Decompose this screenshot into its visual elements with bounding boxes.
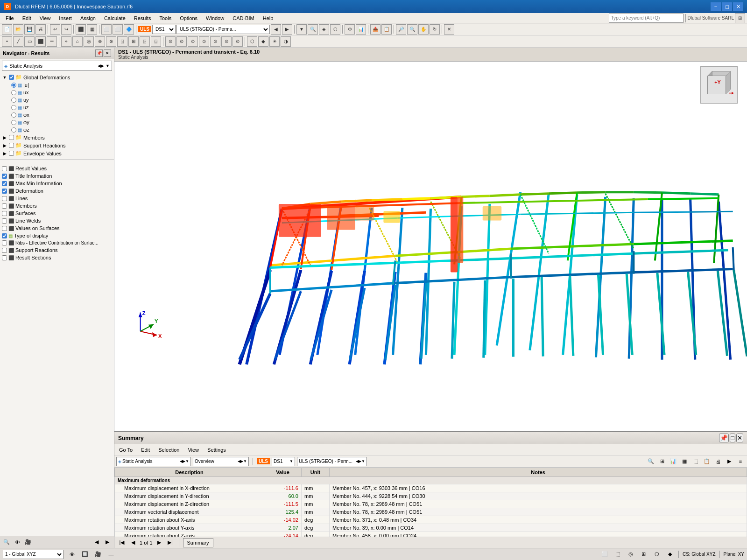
summary-tool9[interactable]: ≡ (736, 457, 745, 466)
summary-tool2[interactable]: ⊞ (657, 457, 667, 466)
node-btn[interactable]: • (2, 36, 12, 47)
company-settings-btn[interactable]: ⊞ (735, 13, 745, 23)
minimize-button[interactable]: − (711, 2, 721, 11)
status-btn-right6[interactable]: ◆ (665, 550, 675, 559)
next-page-btn[interactable]: ▶ (155, 538, 164, 547)
nav-bottom-btn4[interactable]: ◀ (92, 538, 101, 547)
check-envelope[interactable] (9, 151, 14, 156)
prev-ds-btn[interactable]: ◀ (271, 24, 281, 35)
menu-insert[interactable]: Insert (55, 14, 76, 22)
ds-detail-combo-summary[interactable]: ULS (STR/GEO) - Perm... ◀▶▼ (297, 457, 367, 466)
snap2[interactable]: ⊙ (176, 36, 187, 47)
tree-item-line-welds[interactable]: ⬛ Line Welds (0, 217, 114, 224)
menu-window[interactable]: Window (202, 14, 228, 22)
restore-button[interactable]: ◻ (722, 2, 732, 11)
nav-bottom-btn1[interactable]: 🔍 (2, 538, 11, 547)
check-ribs[interactable] (2, 240, 7, 245)
line-btn[interactable]: ╱ (13, 36, 23, 47)
snap4[interactable]: ⊙ (199, 36, 209, 47)
check-surfaces[interactable] (2, 211, 7, 216)
summary-close-btn[interactable]: ✕ (736, 434, 743, 442)
print-btn[interactable]: 🖨 (35, 24, 46, 35)
snap7[interactable]: ⊙ (233, 36, 243, 47)
filter-btn[interactable]: ▼ (296, 24, 307, 35)
summary-tool7[interactable]: 🖨 (713, 457, 723, 466)
expand-members[interactable]: ▶ (2, 135, 7, 140)
new-btn[interactable]: 📄 (2, 24, 12, 35)
tree-item-uy[interactable]: ▦ uy (9, 96, 114, 104)
ds-combo-summary[interactable]: DS1 ▼ (272, 457, 295, 466)
radio-phiy[interactable] (11, 120, 16, 125)
check-result-sections[interactable] (2, 255, 7, 260)
first-page-btn[interactable]: |◀ (117, 538, 127, 547)
summary-tool8[interactable]: ▶ (725, 457, 734, 466)
view-menu[interactable]: View (185, 447, 202, 453)
tool1[interactable]: ⌖ (61, 36, 71, 47)
calc-btn[interactable]: ⚙ (345, 24, 355, 35)
select2-btn[interactable]: ▦ (87, 24, 97, 35)
menu-results[interactable]: Results (130, 14, 155, 22)
ds-combo[interactable]: DS1 (152, 25, 176, 34)
viewport-3d[interactable]: Z X Y +Y (114, 62, 747, 431)
cube-nav[interactable]: +Y (700, 66, 738, 104)
menu-tools[interactable]: Tools (155, 14, 175, 22)
edit-menu[interactable]: Edit (138, 447, 153, 453)
tree-item-ribs[interactable]: ⬛ Ribs - Effective Contribution on Surfa… (0, 239, 114, 246)
close-button[interactable]: ✕ (733, 2, 743, 11)
selection-menu[interactable]: Selection (155, 447, 182, 453)
status-btn4[interactable]: — (106, 550, 116, 559)
redo-btn[interactable]: ↪ (61, 24, 71, 35)
expand-global-deformations[interactable]: ▼ (2, 75, 7, 80)
tree-item-global-deformations[interactable]: ▼ 📁 Global Deformations (0, 73, 114, 81)
check-deformation[interactable] (2, 189, 7, 194)
menu-assign[interactable]: Assign (77, 14, 99, 22)
check-members[interactable] (9, 135, 14, 140)
tool9[interactable]: ⌼ (151, 36, 161, 47)
undo-btn[interactable]: ↩ (50, 24, 60, 35)
tree-item-u-abs[interactable]: ▦ |u| (9, 81, 114, 89)
tree-item-members[interactable]: ▶ 📁 Members (0, 133, 114, 141)
tree-item-ux[interactable]: ▦ ux (9, 89, 114, 96)
rotate-btn[interactable]: ↻ (430, 24, 440, 35)
check-members2[interactable] (2, 203, 7, 209)
tree-item-maxmin[interactable]: ⬛ Max Min Information (0, 180, 114, 187)
search-input[interactable] (609, 14, 684, 23)
check-global-deformations[interactable] (9, 75, 14, 80)
tree-item-lines[interactable]: ⬛ Lines (0, 195, 114, 202)
menu-calculate[interactable]: Calculate (100, 14, 129, 22)
check-result-values[interactable] (2, 166, 7, 171)
ds-detail-combo[interactable]: ULS (STR/GEO) - Perma... (176, 25, 270, 34)
tree-item-title-info[interactable]: ⬛ Title Information (0, 172, 114, 180)
expand-envelope[interactable]: ▶ (2, 151, 7, 156)
tree-item-values-surfaces[interactable]: ⬛ Values on Surfaces (0, 224, 114, 232)
tree-item-phiz[interactable]: ▦ φz (9, 126, 114, 133)
status-btn-right1[interactable]: ⬜ (600, 550, 609, 559)
status-btn-right2[interactable]: ⬚ (613, 550, 622, 559)
summary-pin-btn[interactable]: 📌 (719, 434, 729, 442)
last-page-btn[interactable]: ▶| (166, 538, 175, 547)
radio-phix[interactable] (11, 112, 16, 118)
view2-btn[interactable]: ⬜ (113, 24, 123, 35)
snap5[interactable]: ⊙ (210, 36, 220, 47)
check-type-display[interactable] (2, 233, 7, 238)
tool4[interactable]: ⊕ (95, 36, 105, 47)
radio-uy[interactable] (11, 98, 16, 103)
status-btn-right3[interactable]: ◎ (626, 550, 635, 559)
result-btn[interactable]: 📊 (356, 24, 366, 35)
snap1[interactable]: ⊙ (165, 36, 176, 47)
settings-menu[interactable]: Settings (204, 447, 229, 453)
nav-close-btn[interactable]: ✕ (104, 49, 111, 57)
light-btn[interactable]: ☀ (269, 36, 280, 47)
menu-file[interactable]: File (2, 14, 18, 22)
render2-btn[interactable]: ⬡ (247, 36, 257, 47)
tool3[interactable]: ◎ (84, 36, 94, 47)
coord-system-combo[interactable]: 1 - Global XYZ (3, 550, 63, 559)
summary-max-btn[interactable]: □ (730, 434, 735, 442)
menu-help[interactable]: Help (259, 14, 277, 22)
export-btn[interactable]: 📤 (370, 24, 381, 35)
check-title-info[interactable] (2, 174, 7, 179)
check-support[interactable] (9, 143, 14, 148)
snap3[interactable]: ⊙ (188, 36, 198, 47)
tree-item-members2[interactable]: ⬛ Members (0, 202, 114, 210)
summary-tool4[interactable]: ▦ (680, 457, 689, 466)
